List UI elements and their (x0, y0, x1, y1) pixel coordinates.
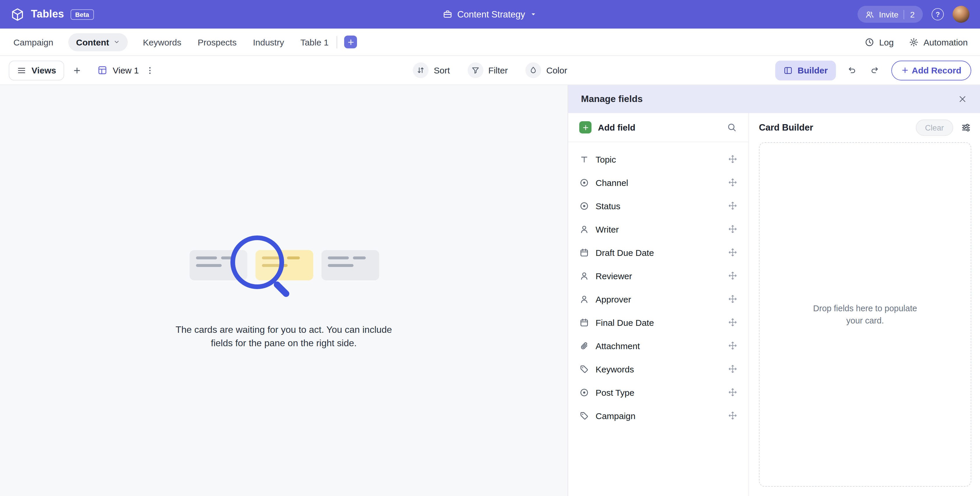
empty-state-message: The cards are waiting for you to act. Yo… (164, 323, 403, 350)
drag-handle-icon[interactable] (728, 318, 737, 327)
card-drop-zone[interactable]: Drop fields here to populate your card. (759, 142, 971, 486)
drag-handle-icon[interactable] (728, 388, 737, 397)
tab-campaign[interactable]: Campaign (12, 33, 54, 51)
tag-icon (579, 364, 589, 374)
field-label: Draft Due Date (596, 247, 722, 257)
automation-button[interactable]: Automation (909, 37, 968, 47)
view-menu-button[interactable] (144, 64, 156, 77)
workspace-switcher[interactable]: Content Strategy (443, 9, 538, 19)
drag-handle-icon[interactable] (728, 224, 737, 234)
card-builder-header: Card Builder Clear (759, 113, 971, 142)
tab-list: CampaignContentKeywordsProspectsIndustry… (12, 33, 330, 51)
field-row[interactable]: Status (568, 194, 748, 217)
field-label: Topic (596, 154, 722, 164)
magnifier-icon (230, 236, 284, 289)
person-icon (579, 294, 589, 304)
color-label: Color (546, 65, 567, 75)
tab-table-1[interactable]: Table 1 (299, 33, 330, 51)
clear-button[interactable]: Clear (916, 119, 953, 136)
app-title: Tables (31, 8, 64, 21)
field-row[interactable]: Reviewer (568, 264, 748, 287)
workspace-name: Content Strategy (457, 9, 525, 19)
field-row[interactable]: Topic (568, 147, 748, 171)
select-icon (579, 177, 589, 187)
invite-button[interactable]: Invite 2 (857, 6, 923, 23)
filter-button[interactable]: Filter (467, 62, 508, 78)
field-list: TopicChannelStatusWriterDraft Due DateRe… (568, 142, 748, 433)
drag-handle-icon[interactable] (728, 178, 737, 187)
builder-button[interactable]: Builder (776, 60, 836, 80)
add-record-button[interactable]: Add Record (891, 60, 971, 80)
add-field-button[interactable] (579, 121, 592, 133)
fields-column: Add field TopicChannelStatusWriterDraft … (568, 113, 749, 496)
person-icon (579, 224, 589, 234)
field-row[interactable]: Campaign (568, 404, 748, 427)
tab-label: Campaign (13, 37, 53, 47)
close-panel-button[interactable] (958, 94, 967, 104)
drag-handle-icon[interactable] (728, 271, 737, 280)
calendar-icon (579, 247, 589, 257)
kebab-icon (145, 66, 154, 75)
color-button[interactable]: Color (525, 62, 567, 78)
sort-icon (416, 66, 425, 74)
add-record-label: Add Record (912, 65, 961, 75)
plus-icon (347, 38, 355, 46)
content-area: The cards are waiting for you to act. Yo… (0, 85, 980, 496)
tab-prospects[interactable]: Prospects (197, 33, 238, 51)
calendar-icon (579, 317, 589, 327)
field-label: Writer (596, 224, 722, 234)
search-icon (727, 122, 737, 132)
manage-fields-header: Manage fields (568, 85, 980, 113)
views-button[interactable]: Views (9, 60, 64, 80)
tab-divider (337, 36, 337, 48)
drag-handle-icon[interactable] (728, 364, 737, 374)
field-row[interactable]: Draft Due Date (568, 241, 748, 264)
view-toolbar: Views View 1 Sort Filter Color (0, 56, 980, 85)
user-avatar[interactable] (953, 6, 969, 23)
drag-handle-icon[interactable] (728, 248, 737, 257)
add-field-label: Add field (598, 122, 721, 132)
help-button[interactable]: ? (932, 8, 944, 21)
tab-content[interactable]: Content (68, 33, 128, 51)
drag-handle-icon[interactable] (728, 294, 737, 304)
add-view-button[interactable] (68, 62, 86, 79)
app-logo-icon (11, 7, 24, 21)
plus-icon (582, 124, 589, 131)
field-row[interactable]: Keywords (568, 357, 748, 380)
tab-keywords[interactable]: Keywords (142, 33, 183, 51)
add-table-button[interactable] (344, 36, 357, 48)
field-row[interactable]: Post Type (568, 380, 748, 404)
views-label: Views (32, 65, 56, 75)
briefcase-icon (443, 10, 453, 19)
people-icon (865, 10, 874, 19)
field-label: Reviewer (596, 271, 722, 280)
drag-handle-icon[interactable] (728, 154, 737, 164)
tab-industry[interactable]: Industry (252, 33, 285, 51)
field-row[interactable]: Channel (568, 171, 748, 194)
add-field-row: Add field (568, 113, 748, 142)
field-label: Keywords (596, 364, 722, 374)
undo-button[interactable] (843, 62, 860, 78)
filter-label: Filter (488, 65, 508, 75)
log-label: Log (879, 37, 894, 47)
card-builder-settings-button[interactable] (961, 122, 971, 133)
field-label: Attachment (596, 341, 722, 350)
view-name: View 1 (113, 65, 139, 75)
current-view[interactable]: View 1 (98, 64, 156, 77)
field-label: Approver (596, 294, 722, 304)
tabbar-right-actions: Log Automation (864, 37, 968, 47)
drag-handle-icon[interactable] (728, 411, 737, 420)
field-row[interactable]: Attachment (568, 334, 748, 357)
drag-handle-icon[interactable] (728, 201, 737, 211)
automation-label: Automation (923, 37, 968, 47)
redo-button[interactable] (867, 62, 884, 78)
search-fields-button[interactable] (727, 122, 737, 133)
log-button[interactable]: Log (864, 37, 894, 47)
field-row[interactable]: Final Due Date (568, 311, 748, 334)
field-row[interactable]: Approver (568, 287, 748, 311)
sort-button[interactable]: Sort (413, 62, 450, 78)
drag-handle-icon[interactable] (728, 341, 737, 350)
field-row[interactable]: Writer (568, 217, 748, 241)
field-label: Channel (596, 177, 722, 187)
table-tab-bar: CampaignContentKeywordsProspectsIndustry… (0, 29, 980, 56)
